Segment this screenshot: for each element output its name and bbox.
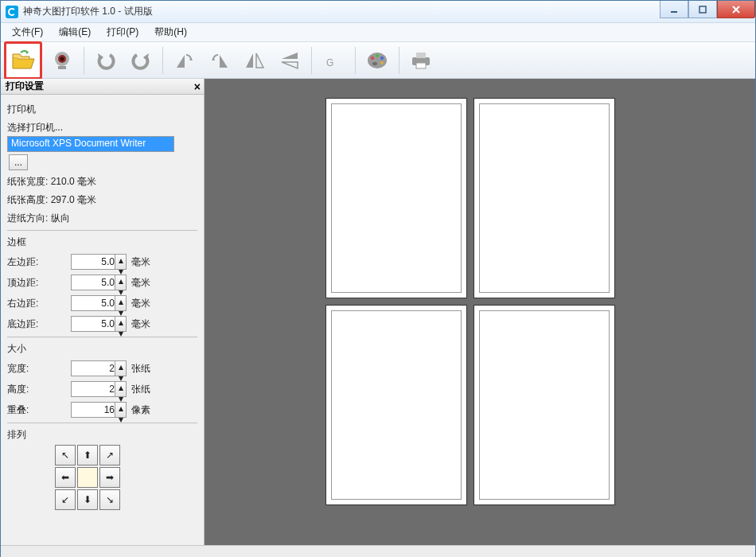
svg-point-9 [376, 54, 379, 57]
separator [7, 423, 197, 423]
unit-label: 张纸 [131, 383, 150, 396]
bottom-margin-input[interactable]: 5.0▴▾ [71, 316, 127, 332]
arrange-sw[interactable]: ↙ [55, 489, 76, 510]
maximize-button[interactable] [688, 1, 717, 18]
bottom-margin-label: 底边距: [7, 317, 49, 331]
arrange-ne[interactable]: ↗ [99, 445, 120, 465]
menu-edit[interactable]: 编辑(E) [53, 24, 97, 41]
unit-label: 毫米 [131, 317, 150, 331]
svg-point-4 [60, 56, 64, 60]
page-preview-3 [325, 305, 467, 505]
width-input[interactable]: 2▴▾ [71, 360, 127, 376]
flip-h-icon [244, 50, 266, 71]
svg-point-11 [380, 61, 384, 64]
left-margin-input[interactable]: 5.0▴▾ [71, 254, 127, 270]
menu-help[interactable]: 帮助(H) [148, 24, 193, 41]
printer-dropdown[interactable]: Microsoft XPS Document Writer [7, 136, 174, 152]
svg-rect-1 [699, 6, 706, 13]
separator [7, 230, 197, 231]
folder-open-icon [10, 49, 36, 72]
panel-title: 打印设置 [6, 80, 44, 93]
arrange-se[interactable]: ↘ [99, 489, 120, 510]
paper-width-info: 纸张宽度: 210.0 毫米 [7, 175, 197, 189]
svg-point-8 [371, 56, 374, 60]
statusbar [1, 545, 755, 557]
border-section-label: 边框 [7, 236, 197, 249]
svg-rect-5 [58, 66, 66, 69]
main-area: 打印设置 × 打印机 选择打印机... Microsoft XPS Docume… [1, 79, 755, 545]
color-palette-button[interactable] [362, 45, 392, 76]
flip-horizontal-button[interactable] [240, 45, 270, 76]
arrange-n[interactable]: ⬆ [77, 445, 98, 465]
overlap-label: 重叠: [7, 403, 49, 417]
printer-more-button[interactable]: ... [9, 154, 28, 170]
flip-v-icon [279, 50, 301, 71]
arrange-center[interactable] [77, 467, 98, 488]
svg-point-10 [380, 56, 384, 60]
height-label: 高度: [7, 383, 49, 396]
overlap-input[interactable]: 16▴▾ [71, 402, 127, 418]
toolbar-separator [84, 47, 84, 74]
toolbar-separator [162, 47, 163, 74]
right-margin-input[interactable]: 5.0▴▾ [71, 295, 127, 311]
printer-icon [409, 50, 433, 71]
size-section-label: 大小 [7, 342, 197, 356]
print-button[interactable] [406, 45, 436, 76]
rotate-left-button[interactable] [170, 45, 200, 76]
svg-rect-14 [416, 53, 426, 58]
svg-point-12 [372, 62, 377, 65]
arrange-w[interactable]: ⬅ [55, 467, 76, 488]
palette-icon [365, 50, 389, 71]
flip-vertical-button[interactable] [275, 45, 305, 76]
redo-icon [129, 50, 153, 71]
webcam-icon [50, 50, 74, 71]
unit-label: 像素 [131, 403, 150, 417]
preview-canvas[interactable] [205, 79, 755, 545]
undo-button[interactable] [91, 45, 121, 76]
page-preview-1 [325, 98, 467, 298]
unit-label: 毫米 [131, 297, 150, 310]
minimize-button[interactable] [660, 1, 688, 18]
menu-print[interactable]: 打印(P) [100, 24, 145, 41]
toolbar-separator [311, 47, 312, 74]
right-margin-label: 右边距: [7, 297, 49, 310]
page-preview-2 [473, 98, 615, 298]
menu-file[interactable]: 文件(F) [6, 24, 49, 41]
window-buttons [660, 1, 755, 18]
arrange-e[interactable]: ➡ [99, 467, 120, 488]
panel-header: 打印设置 × [1, 79, 204, 95]
close-button[interactable] [717, 1, 755, 18]
height-input[interactable]: 2▴▾ [71, 381, 127, 397]
feed-direction-info: 进纸方向: 纵向 [7, 212, 197, 225]
unit-label: 毫米 [131, 276, 150, 290]
titlebar: 神奇大图打印软件 1.0 - 试用版 [1, 1, 755, 23]
separator [7, 337, 197, 337]
svg-text:G: G [326, 57, 333, 68]
printer-section-label: 打印机 [7, 103, 197, 116]
undo-icon [94, 50, 118, 71]
unit-label: 张纸 [131, 362, 150, 376]
menubar: 文件(F) 编辑(E) 打印(P) 帮助(H) [1, 23, 755, 42]
rotate-right-icon [208, 50, 231, 71]
panel-close-icon[interactable]: × [194, 80, 201, 93]
page-preview-4 [473, 305, 615, 505]
redo-button[interactable] [126, 45, 156, 76]
top-margin-label: 顶边距: [7, 276, 49, 290]
camera-button[interactable] [47, 45, 77, 76]
top-margin-input[interactable]: 5.0▴▾ [71, 275, 127, 290]
grayscale-button[interactable]: G [318, 45, 349, 76]
toolbar-separator [355, 47, 356, 74]
arrange-section-label: 排列 [7, 428, 197, 442]
print-settings-panel: 打印设置 × 打印机 选择打印机... Microsoft XPS Docume… [1, 79, 205, 545]
rotate-left-icon [173, 50, 196, 71]
grayscale-icon: G [323, 50, 344, 71]
arrange-s[interactable]: ⬇ [77, 489, 98, 510]
select-printer-label: 选择打印机... [7, 121, 197, 134]
arrange-nw[interactable]: ↖ [55, 445, 76, 465]
app-window: 神奇大图打印软件 1.0 - 试用版 文件(F) 编辑(E) 打印(P) 帮助(… [0, 0, 756, 557]
rotate-right-button[interactable] [205, 45, 235, 76]
arrange-grid: ↖ ⬆ ↗ ⬅ ➡ ↙ ⬇ ↘ [55, 445, 197, 510]
toolbar-separator [399, 47, 399, 74]
width-label: 宽度: [7, 362, 49, 376]
open-file-button[interactable] [4, 41, 42, 80]
